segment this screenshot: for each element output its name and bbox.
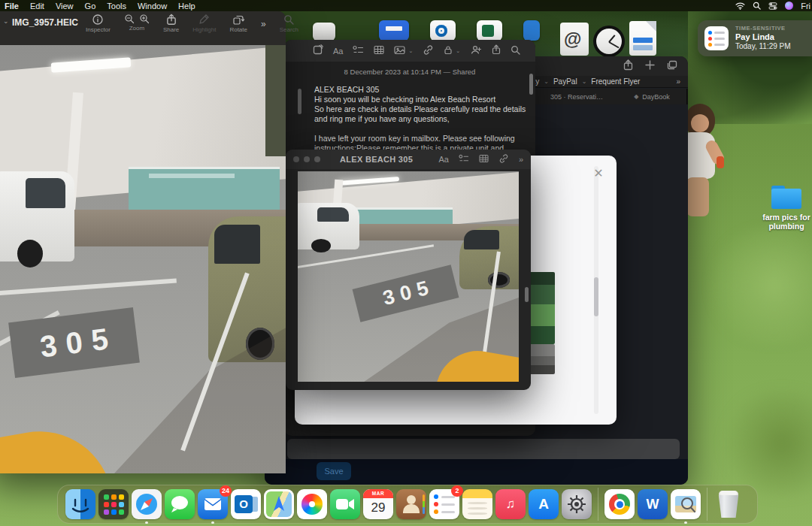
desktop-file-icon[interactable] (313, 23, 335, 41)
page-text-field[interactable] (287, 439, 680, 459)
checklist-icon[interactable] (459, 153, 469, 166)
dock-word[interactable]: W (638, 489, 668, 519)
zoom-window-button[interactable] (314, 156, 320, 162)
format-icon[interactable]: Aa (333, 47, 343, 56)
toolbar-more-icon[interactable]: » (261, 19, 266, 29)
link-icon[interactable] (423, 44, 434, 58)
floating-note-titlebar[interactable]: ALEX BEACH 305 Aa » (286, 150, 531, 169)
floating-note-scrollbar[interactable] (525, 287, 529, 302)
dock-mail[interactable]: 24 (198, 489, 228, 519)
table-icon[interactable] (479, 153, 489, 166)
table-icon[interactable] (374, 44, 384, 58)
dock-system-settings[interactable] (562, 489, 592, 519)
share-icon[interactable] (623, 59, 633, 74)
email-document-icon[interactable] (560, 23, 589, 56)
dock-photos[interactable] (297, 489, 327, 519)
clock-icon[interactable] (593, 26, 625, 57)
dock-notes[interactable] (462, 489, 492, 519)
dock-safari[interactable] (132, 489, 162, 519)
preview-window[interactable]: ⌄ IMG_3957.HEIC Inspector Zoom Share (0, 11, 286, 473)
search-icon[interactable] (511, 44, 520, 58)
window-controls[interactable] (293, 156, 320, 162)
dock-music[interactable]: ♫ (495, 489, 526, 519)
menu-edit[interactable]: Edit (30, 2, 44, 11)
rotate-button[interactable]: Rotate (229, 14, 247, 33)
dock-finder[interactable] (65, 489, 95, 519)
keynote-file-icon[interactable] (379, 20, 409, 41)
menu-go[interactable]: Go (85, 2, 96, 11)
close-icon[interactable]: ✕ (591, 166, 606, 181)
modal-scrollbar[interactable] (594, 166, 598, 414)
wifi-icon[interactable] (735, 2, 745, 10)
chevron-down-icon[interactable]: ⌄ (456, 48, 460, 54)
share-button[interactable]: Share (163, 14, 179, 33)
daybook-favicon: ◆ (634, 93, 638, 100)
new-note-icon[interactable] (313, 44, 323, 58)
trash-bin-icon (717, 495, 740, 518)
safari-compass-icon (132, 489, 162, 519)
siri-icon[interactable] (785, 2, 793, 10)
preview-photo-parking-spot[interactable]: 305 (0, 45, 286, 473)
dock-chrome[interactable] (604, 489, 635, 519)
menu-file[interactable]: File (5, 2, 19, 11)
tab-reservation[interactable]: 305 · Reservati… (534, 89, 619, 104)
zoom-button[interactable]: Zoom (124, 14, 150, 32)
mail-badge: 24 (220, 485, 232, 497)
dock-appstore[interactable]: A (529, 489, 559, 519)
lock-icon[interactable] (444, 44, 453, 58)
dock-launchpad[interactable] (98, 489, 129, 519)
format-icon[interactable]: Aa (438, 155, 448, 164)
favorite-paypal[interactable]: PayPal (553, 77, 577, 86)
folder-icon[interactable] (771, 186, 801, 209)
dock-maps[interactable] (264, 489, 294, 519)
gear-icon (562, 489, 592, 519)
dock-preview[interactable] (671, 489, 701, 519)
appstore-a-icon: A (538, 496, 549, 512)
document-icon[interactable] (629, 21, 656, 56)
tab-overview-icon[interactable] (667, 59, 677, 74)
collaborate-icon[interactable] (470, 44, 482, 58)
note-photo-parking-spot[interactable]: 305 (298, 171, 519, 382)
folder-label[interactable]: farm pics for plumbing (752, 213, 812, 231)
menu-tools[interactable]: Tools (107, 2, 126, 11)
dock-reminders[interactable]: 2 (429, 489, 459, 519)
menu-help[interactable]: Help (178, 2, 195, 11)
notification-category: TIME-SENSITIVE (735, 25, 786, 32)
menu-view[interactable]: View (56, 2, 74, 11)
close-window-button[interactable] (293, 156, 299, 162)
inspector-button[interactable]: Inspector (86, 14, 111, 33)
floating-note-window[interactable]: ALEX BEACH 305 Aa » 305 (286, 150, 531, 390)
dock-messages[interactable] (165, 489, 195, 519)
favorite-frequent-flyer[interactable]: Frequent Flyer (591, 77, 640, 86)
preview-titlebar[interactable]: ⌄ IMG_3957.HEIC Inspector Zoom Share (0, 11, 286, 45)
new-tab-icon[interactable] (645, 59, 655, 74)
dock-trash[interactable] (714, 489, 744, 519)
more-icon[interactable]: » (519, 155, 523, 164)
spotlight-search-icon[interactable] (753, 2, 761, 10)
notification-banner[interactable]: TIME-SENSITIVE Pay Linda Today, 11:29 PM (698, 20, 812, 56)
control-center-icon[interactable] (768, 2, 777, 10)
notes-scrollbar-left[interactable] (298, 89, 301, 114)
dock-calendar[interactable]: MAR 29 (363, 489, 393, 519)
reminders-badge: 2 (451, 485, 463, 497)
chevron-down-icon[interactable]: ⌄ (408, 48, 413, 54)
minimize-window-button[interactable] (304, 156, 310, 162)
share-icon[interactable] (492, 44, 501, 58)
word-file-icon[interactable] (523, 20, 540, 41)
link-icon[interactable] (498, 153, 509, 166)
outlook-file-icon[interactable] (430, 20, 456, 41)
chevron-down-icon[interactable]: ⌄ (3, 17, 9, 25)
notes-scrollbar-right[interactable] (529, 74, 533, 95)
preview-window-title: IMG_3957.HEIC (12, 17, 78, 28)
save-button[interactable]: Save (317, 462, 351, 480)
tab-daybook[interactable]: ◆ DayBook (617, 89, 687, 104)
dock-facetime[interactable] (330, 489, 360, 519)
favorites-more-icon[interactable]: » (676, 77, 680, 86)
menu-window[interactable]: Window (138, 2, 167, 11)
menubar-clock-day[interactable]: Fri (801, 2, 810, 11)
excel-file-icon[interactable] (477, 20, 502, 41)
media-icon[interactable] (394, 44, 405, 58)
dock-contacts[interactable] (396, 489, 426, 519)
dock-outlook[interactable]: O (231, 489, 261, 519)
checklist-icon[interactable] (353, 44, 364, 58)
